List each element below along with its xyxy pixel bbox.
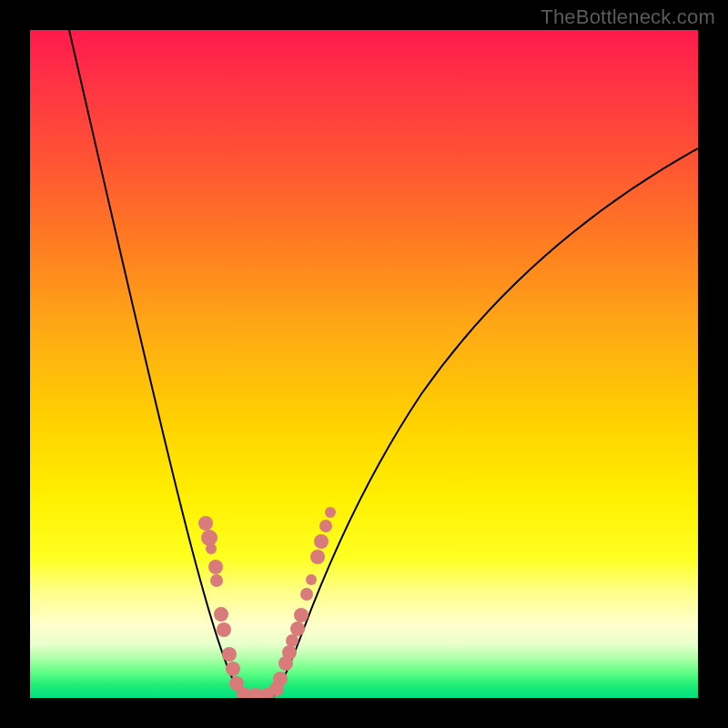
- data-marker: [201, 530, 217, 546]
- data-marker: [325, 507, 336, 518]
- data-marker: [198, 516, 213, 531]
- chart-svg: [30, 30, 698, 698]
- data-marker: [319, 520, 332, 532]
- data-marker: [226, 662, 240, 676]
- data-marker: [222, 647, 237, 662]
- data-marker: [314, 534, 329, 549]
- left-curve-path: [69, 30, 244, 698]
- chart-container: TheBottleneck.com: [0, 0, 728, 728]
- data-marker: [286, 634, 298, 647]
- data-marker: [306, 574, 317, 585]
- data-marker: [214, 607, 228, 622]
- data-marker: [290, 622, 305, 636]
- right-curve-path: [271, 148, 698, 698]
- data-marker: [273, 672, 288, 686]
- data-marker: [282, 645, 297, 660]
- data-marker: [217, 622, 231, 637]
- data-marker: [294, 608, 308, 622]
- data-marker: [208, 560, 223, 574]
- watermark-text: TheBottleneck.com: [541, 5, 715, 29]
- marker-group: [198, 507, 336, 698]
- plot-area: [30, 30, 698, 698]
- data-marker: [206, 543, 217, 554]
- data-marker: [210, 574, 223, 587]
- data-marker: [300, 588, 313, 601]
- data-marker: [310, 550, 325, 564]
